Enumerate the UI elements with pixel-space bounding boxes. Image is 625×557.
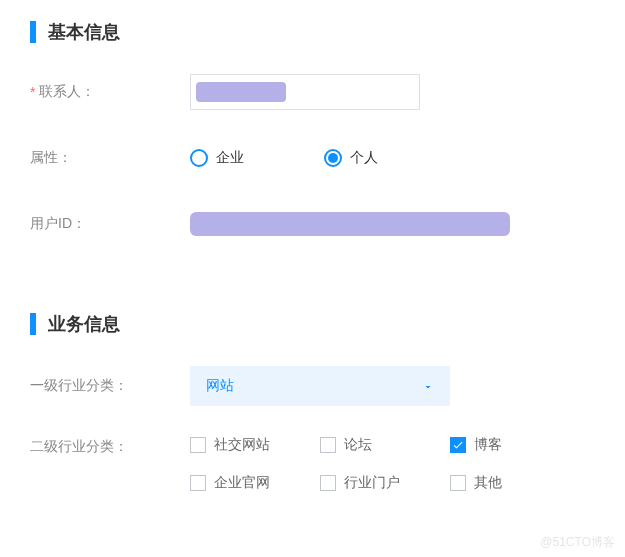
- userid-label: 用户ID：: [30, 215, 190, 233]
- watermark: @51CTO博客: [540, 534, 615, 542]
- checkbox-forum[interactable]: 论坛: [320, 436, 450, 454]
- required-mark: *: [30, 84, 35, 100]
- checkbox-blog-label: 博客: [474, 436, 502, 454]
- attribute-row: 属性： 企业 个人: [30, 140, 595, 176]
- contact-input[interactable]: [190, 74, 420, 110]
- radio-personal-label: 个人: [350, 149, 378, 167]
- checkbox-social-label: 社交网站: [214, 436, 270, 454]
- primary-category-dropdown[interactable]: 网站: [190, 366, 450, 406]
- checkbox-social[interactable]: 社交网站: [190, 436, 320, 454]
- userid-value-redacted: [190, 212, 510, 236]
- basic-info-header: 基本信息: [30, 20, 595, 44]
- checkbox-blog[interactable]: 博客: [450, 436, 580, 454]
- checkbox-box-icon: [190, 437, 206, 453]
- primary-category-row: 一级行业分类： 网站: [30, 366, 595, 406]
- checkbox-other-label: 其他: [474, 474, 502, 492]
- secondary-category-row: 二级行业分类： 社交网站 论坛 博客: [30, 436, 595, 492]
- radio-enterprise-label: 企业: [216, 149, 244, 167]
- checkbox-official-label: 企业官网: [214, 474, 270, 492]
- radio-enterprise[interactable]: 企业: [190, 149, 244, 167]
- checkbox-official[interactable]: 企业官网: [190, 474, 320, 492]
- chevron-down-icon: [422, 380, 434, 392]
- checkbox-box-checked-icon: [450, 437, 466, 453]
- dropdown-value: 网站: [206, 377, 234, 395]
- checkbox-portal[interactable]: 行业门户: [320, 474, 450, 492]
- attribute-radio-group: 企业 个人: [190, 149, 378, 167]
- business-info-header: 业务信息: [30, 312, 595, 336]
- redacted-content: [196, 82, 286, 102]
- business-info-title: 业务信息: [48, 312, 120, 336]
- checkbox-box-icon: [190, 475, 206, 491]
- checkbox-box-icon: [450, 475, 466, 491]
- radio-circle-selected-icon: [324, 149, 342, 167]
- checkbox-forum-label: 论坛: [344, 436, 372, 454]
- secondary-category-checkboxes: 社交网站 论坛 博客 企业官网: [190, 436, 580, 492]
- section-bar-icon: [30, 21, 36, 43]
- checkbox-other[interactable]: 其他: [450, 474, 580, 492]
- userid-row: 用户ID：: [30, 206, 595, 242]
- contact-label: * 联系人：: [30, 83, 190, 101]
- section-bar-icon: [30, 313, 36, 335]
- checkbox-box-icon: [320, 437, 336, 453]
- basic-info-title: 基本信息: [48, 20, 120, 44]
- checkbox-portal-label: 行业门户: [344, 474, 400, 492]
- secondary-category-label: 二级行业分类：: [30, 436, 190, 456]
- radio-circle-icon: [190, 149, 208, 167]
- contact-row: * 联系人：: [30, 74, 595, 110]
- checkbox-box-icon: [320, 475, 336, 491]
- attribute-label: 属性：: [30, 149, 190, 167]
- primary-category-label: 一级行业分类：: [30, 377, 190, 395]
- radio-personal[interactable]: 个人: [324, 149, 378, 167]
